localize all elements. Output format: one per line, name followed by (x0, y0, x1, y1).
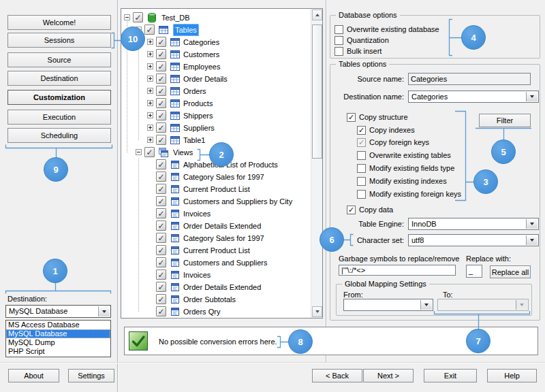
tree-node-label[interactable]: Shippers (183, 110, 213, 122)
tree-node-label[interactable]: Categories (183, 36, 219, 48)
tree-checkbox[interactable] (156, 208, 166, 218)
sidebar-item-source[interactable]: Source (7, 52, 111, 67)
checkbox-modify-existing-fields-type[interactable] (357, 164, 366, 173)
chevron-down-icon[interactable] (526, 219, 538, 229)
tree-checkbox[interactable] (156, 122, 166, 133)
tree-node-label[interactable]: Table1 (183, 134, 205, 146)
expand-plus-icon[interactable] (147, 88, 153, 94)
tree-node-label[interactable]: Current Product List (183, 183, 250, 195)
destination-name-select[interactable]: Categories (408, 91, 539, 103)
checkbox-overwrite-existing-tables[interactable] (357, 151, 366, 160)
expand-plus-icon[interactable] (147, 39, 153, 45)
chevron-down-icon[interactable] (526, 92, 538, 101)
mapping-from-select[interactable] (343, 299, 433, 311)
tree-node-label[interactable]: Order Details Extended (183, 281, 261, 293)
tree-node-label[interactable]: Test_DB (161, 12, 190, 24)
tree-node-label[interactable]: Tables (173, 24, 199, 36)
checkbox-copy-data[interactable] (347, 206, 356, 214)
scroll-up-icon[interactable] (312, 10, 322, 20)
collapse-minus-icon[interactable] (124, 14, 130, 20)
sidebar-item-sessions[interactable]: Sessions (7, 33, 111, 48)
tree-checkbox[interactable] (156, 86, 166, 96)
tree-node-label[interactable]: Invoices (183, 269, 211, 281)
tree-checkbox[interactable] (156, 172, 166, 182)
list-item-mysql-database[interactable]: MySQL Database (6, 329, 110, 338)
tree-node-label[interactable]: Order Details (183, 73, 228, 85)
tree-checkbox[interactable] (156, 294, 166, 304)
tree-node-label[interactable]: Order Details Extended (183, 220, 261, 232)
tree-checkbox[interactable] (144, 24, 155, 35)
settings-button[interactable]: Settings (68, 369, 114, 382)
tree-checkbox[interactable] (156, 196, 166, 206)
sidebar-item-execution[interactable]: Execution (7, 110, 111, 125)
tree-checkbox[interactable] (156, 270, 166, 280)
tree-checkbox[interactable] (156, 110, 166, 120)
chevron-down-icon[interactable] (420, 300, 432, 310)
tree-node-label[interactable]: Invoices (183, 208, 211, 220)
checkbox-quantization[interactable] (334, 36, 343, 45)
expand-plus-icon[interactable] (147, 100, 153, 106)
sidebar-item-destination[interactable]: Destination (7, 71, 111, 86)
expand-plus-icon[interactable] (147, 51, 153, 57)
tree-node-label[interactable]: Orders Qry (183, 306, 220, 318)
tree-checkbox[interactable] (156, 257, 166, 267)
exit-button[interactable]: Exit (424, 369, 477, 382)
destination-select[interactable]: MySQL Database (5, 305, 111, 318)
list-item-ms-access-database[interactable]: MS Access Database (6, 321, 110, 329)
expand-plus-icon[interactable] (147, 125, 153, 131)
chevron-down-icon[interactable] (526, 235, 538, 245)
tree-node-label[interactable]: Employees (183, 61, 220, 73)
replace-with-input[interactable]: _ (466, 265, 482, 278)
checkbox-overwrite-existing-database[interactable] (334, 25, 343, 34)
tree-checkbox[interactable] (133, 12, 143, 22)
tree-checkbox[interactable] (156, 233, 166, 243)
help-button[interactable]: Help (487, 369, 537, 382)
list-item-mysql-dump[interactable]: MySQL Dump (6, 338, 110, 347)
character-set-select[interactable]: utf8 (408, 234, 539, 246)
table-engine-select[interactable]: InnoDB (408, 218, 539, 230)
about-button[interactable]: About (8, 369, 59, 382)
tree-checkbox[interactable] (156, 306, 166, 316)
tree-checkbox[interactable] (156, 184, 166, 194)
tree-checkbox[interactable] (156, 159, 166, 169)
checkbox-copy-structure[interactable] (347, 113, 356, 122)
tree-node-label[interactable]: Customers (183, 48, 219, 61)
tree-node-label[interactable]: Category Sales for 1997 (183, 232, 264, 244)
sidebar-item-welcome[interactable]: Welcome! (7, 15, 111, 30)
expand-plus-icon[interactable] (147, 63, 153, 69)
replace-all-button[interactable]: Replace all (490, 265, 531, 278)
expand-plus-icon[interactable] (147, 137, 153, 143)
tree-checkbox[interactable] (156, 37, 166, 47)
filter-button[interactable]: Filter (479, 114, 531, 127)
expand-plus-icon[interactable] (147, 112, 153, 118)
tree-checkbox[interactable] (156, 220, 166, 231)
tree-checkbox[interactable] (156, 135, 166, 145)
sidebar-item-scheduling[interactable]: Scheduling (7, 128, 111, 143)
checkbox-bulk-insert[interactable] (334, 47, 343, 56)
chevron-down-icon[interactable] (98, 306, 110, 316)
checkbox-modify-existing-indexes[interactable] (357, 177, 366, 186)
tree-checkbox[interactable] (156, 49, 166, 59)
tree-node-label[interactable]: Order Subtotals (183, 293, 236, 306)
collapse-minus-icon[interactable] (136, 149, 142, 155)
tree-checkbox[interactable] (144, 147, 155, 157)
tree-node-label[interactable]: Current Product List (183, 244, 250, 257)
next-button[interactable]: Next > (363, 369, 414, 382)
tree-checkbox[interactable] (156, 74, 166, 84)
back-button[interactable]: < Back (312, 369, 362, 382)
tree-node-label[interactable]: Suppliers (183, 122, 215, 134)
tree-node-label[interactable]: Customers and Suppliers (183, 257, 268, 269)
checkbox-modify-existing-foreign-keys[interactable] (357, 190, 366, 199)
list-item-php-script[interactable]: PHP Script (6, 347, 110, 356)
tree-scrollbar[interactable] (311, 9, 322, 318)
tree-checkbox[interactable] (156, 245, 166, 255)
tree-node-label[interactable]: Category Sales for 1997 (183, 171, 264, 183)
tree-checkbox[interactable] (156, 98, 166, 108)
tree-node-label[interactable]: Orders (183, 85, 206, 97)
tree-node-label[interactable]: Customers and Suppliers by City (183, 195, 292, 208)
checkbox-copy-indexes[interactable] (357, 126, 366, 135)
tree-node-label[interactable]: Views (173, 146, 193, 159)
sidebar-item-customization[interactable]: Customization (7, 90, 111, 105)
tree-node-label[interactable]: Products (183, 97, 213, 110)
expand-plus-icon[interactable] (147, 76, 153, 82)
